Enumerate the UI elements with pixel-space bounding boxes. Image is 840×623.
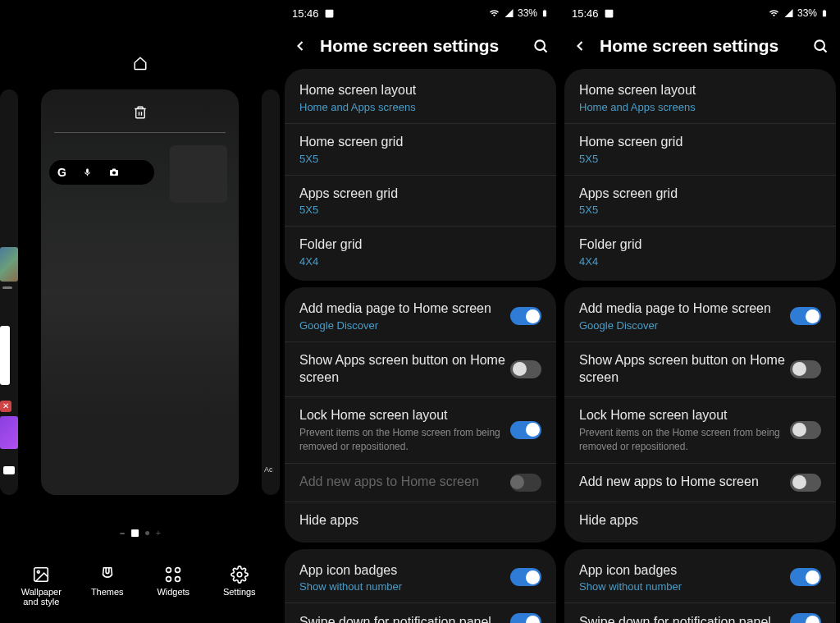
wallpaper-button[interactable]: Wallpaper and style bbox=[12, 566, 70, 607]
setting-title: Show Apps screen button on Home screen bbox=[579, 352, 790, 387]
setting-title: Folder grid bbox=[579, 236, 821, 254]
media-page-row[interactable]: Add media page to Home screen Google Dis… bbox=[285, 291, 556, 342]
hide-apps-row[interactable]: Hide apps bbox=[285, 502, 556, 539]
setting-value: 5X5 bbox=[579, 153, 821, 165]
settings-group-3: App icon badges Show without number Swip… bbox=[285, 549, 556, 623]
lock-layout-toggle[interactable] bbox=[790, 421, 821, 439]
back-icon[interactable] bbox=[572, 38, 588, 54]
icon-badges-row[interactable]: App icon badges Show without number bbox=[564, 552, 836, 604]
status-bar: 15:46 33% bbox=[560, 0, 840, 26]
trash-icon[interactable] bbox=[133, 104, 148, 124]
page-preview-current[interactable]: G bbox=[41, 89, 239, 495]
editor-carousel[interactable]: ✕ G Ac bbox=[0, 84, 281, 501]
settings-button[interactable]: Settings bbox=[211, 566, 268, 607]
svg-rect-11 bbox=[605, 9, 613, 17]
svg-point-6 bbox=[237, 572, 242, 577]
setting-value: 5X5 bbox=[299, 204, 541, 216]
svg-rect-13 bbox=[824, 10, 825, 11]
wifi-icon bbox=[768, 8, 780, 18]
add-new-apps-row[interactable]: Add new apps to Home screen bbox=[564, 464, 836, 502]
svg-point-2 bbox=[167, 568, 171, 573]
hide-apps-row[interactable]: Hide apps bbox=[564, 502, 836, 539]
home-editor-panel: ✕ G Ac + Wallpaper and bbox=[0, 0, 281, 623]
home-icon[interactable] bbox=[133, 56, 148, 74]
setting-value: Show without number bbox=[579, 580, 790, 593]
widget-placeholder[interactable] bbox=[170, 145, 227, 203]
swipe-down-row[interactable]: Swipe down for notification panel bbox=[564, 603, 836, 623]
svg-point-14 bbox=[815, 40, 824, 50]
setting-title: Home screen grid bbox=[299, 134, 541, 151]
camera-icon bbox=[108, 167, 120, 177]
home-screen-layout-row[interactable]: Home screen layout Home and Apps screens bbox=[564, 72, 836, 124]
themes-button[interactable]: Themes bbox=[79, 566, 136, 607]
svg-point-10 bbox=[535, 40, 545, 50]
lock-layout-toggle[interactable] bbox=[510, 421, 541, 439]
setting-title: Lock Home screen layout bbox=[579, 407, 790, 424]
divider bbox=[54, 132, 226, 133]
signal-icon bbox=[504, 8, 514, 18]
setting-title: Add new apps to Home screen bbox=[579, 474, 790, 491]
folder-grid-row[interactable]: Folder grid 4X4 bbox=[285, 227, 556, 277]
status-time: 15:46 bbox=[572, 7, 599, 20]
battery-percent: 33% bbox=[518, 7, 537, 19]
page-indicator[interactable]: + bbox=[120, 529, 161, 538]
media-page-row[interactable]: Add media page to Home screen Google Dis… bbox=[564, 291, 836, 342]
setting-title: Folder grid bbox=[299, 236, 541, 254]
svg-point-4 bbox=[167, 577, 171, 582]
apps-button-toggle[interactable] bbox=[510, 360, 541, 378]
dot bbox=[120, 533, 125, 534]
icon-badges-row[interactable]: App icon badges Show without number bbox=[285, 552, 556, 604]
search-icon[interactable] bbox=[812, 38, 829, 54]
wifi-icon bbox=[488, 8, 500, 18]
media-page-toggle[interactable] bbox=[510, 307, 541, 325]
settings-group-1: Home screen layout Home and Apps screens… bbox=[564, 69, 836, 281]
home-screen-grid-row[interactable]: Home screen grid 5X5 bbox=[285, 124, 556, 176]
partial-text: Ac bbox=[264, 465, 273, 474]
setting-value: 5X5 bbox=[299, 153, 541, 165]
media-page-toggle[interactable] bbox=[790, 307, 821, 325]
swipe-down-row[interactable]: Swipe down for notification panel bbox=[285, 603, 556, 623]
search-icon[interactable] bbox=[532, 38, 549, 54]
apps-button-row[interactable]: Show Apps screen button on Home screen bbox=[564, 342, 836, 397]
page-title: Home screen settings bbox=[320, 36, 521, 56]
lock-layout-row[interactable]: Lock Home screen layout Prevent items on… bbox=[564, 397, 836, 464]
folder-grid-row[interactable]: Folder grid 4X4 bbox=[564, 227, 836, 277]
battery-icon bbox=[541, 7, 549, 19]
setting-title: Swipe down for notification panel bbox=[299, 614, 510, 623]
settings-panel-2: 15:46 33% Home screen settings Home scre… bbox=[281, 0, 560, 623]
icon-badges-toggle[interactable] bbox=[510, 568, 541, 586]
status-bar: 15:46 33% bbox=[281, 0, 560, 26]
swipe-down-toggle[interactable] bbox=[790, 613, 821, 623]
apps-button-toggle[interactable] bbox=[790, 360, 821, 378]
add-new-apps-toggle bbox=[510, 474, 541, 492]
mic-icon bbox=[83, 167, 92, 178]
apps-button-row[interactable]: Show Apps screen button on Home screen bbox=[285, 342, 556, 397]
setting-value: Google Discover bbox=[299, 319, 510, 332]
widget-x-icon: ✕ bbox=[0, 401, 11, 412]
svg-rect-7 bbox=[325, 9, 333, 17]
google-logo: G bbox=[57, 166, 66, 179]
back-icon[interactable] bbox=[292, 38, 308, 54]
widget-line bbox=[2, 286, 12, 289]
home-screen-layout-row[interactable]: Home screen layout Home and Apps screens bbox=[285, 72, 556, 124]
page-preview-next[interactable]: Ac bbox=[262, 89, 280, 495]
svg-point-1 bbox=[38, 570, 40, 573]
google-search-widget[interactable]: G bbox=[49, 160, 154, 185]
add-new-apps-row: Add new apps to Home screen bbox=[285, 464, 556, 502]
widgets-button[interactable]: Widgets bbox=[144, 566, 202, 607]
lock-layout-row[interactable]: Lock Home screen layout Prevent items on… bbox=[285, 397, 556, 464]
toolbar-label: Themes bbox=[91, 587, 124, 597]
add-new-apps-toggle[interactable] bbox=[790, 474, 821, 492]
swipe-down-toggle[interactable] bbox=[510, 613, 541, 623]
apps-screen-grid-row[interactable]: Apps screen grid 5X5 bbox=[285, 176, 556, 227]
widget-purple bbox=[0, 416, 18, 449]
add-page-icon: + bbox=[156, 529, 161, 538]
setting-title: Lock Home screen layout bbox=[299, 407, 510, 424]
page-preview-prev[interactable]: ✕ bbox=[0, 89, 18, 495]
editor-toolbar: Wallpaper and style Themes Widgets Setti… bbox=[0, 566, 281, 607]
icon-badges-toggle[interactable] bbox=[790, 568, 821, 586]
home-screen-grid-row[interactable]: Home screen grid 5X5 bbox=[564, 124, 836, 176]
apps-screen-grid-row[interactable]: Apps screen grid 5X5 bbox=[564, 176, 836, 227]
image-icon bbox=[604, 8, 614, 19]
battery-percent: 33% bbox=[797, 7, 817, 19]
